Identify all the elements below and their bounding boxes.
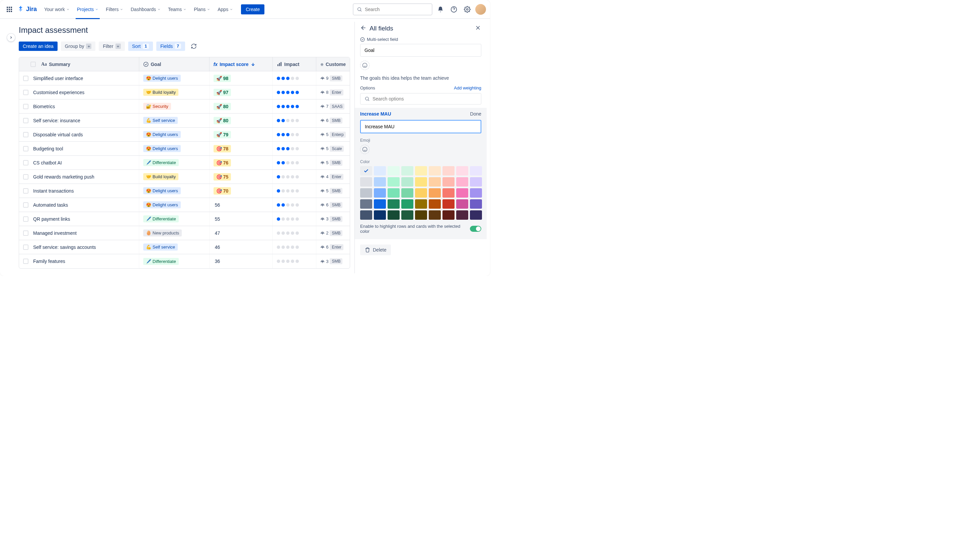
sidebar-expand-button[interactable] [7,34,15,41]
impact-dots[interactable] [277,217,299,221]
color-swatch[interactable] [442,188,455,198]
row-checkbox[interactable] [23,132,29,137]
row-checkbox[interactable] [23,104,29,109]
nav-dashboards[interactable]: Dashboards [127,4,164,15]
row-checkbox[interactable] [23,244,29,250]
color-swatch[interactable] [470,177,482,187]
impact-dots[interactable] [277,203,299,207]
table-row[interactable]: Self service: savings accounts 💪 Self se… [19,240,350,254]
add-weighting-link[interactable]: Add weighting [454,85,481,91]
notifications-icon[interactable] [435,4,446,15]
color-swatch[interactable] [415,199,427,209]
search-options[interactable] [360,93,481,105]
impact-dots[interactable] [277,246,299,249]
nav-plans[interactable]: Plans [191,4,213,15]
color-swatch[interactable] [401,177,414,187]
color-swatch[interactable] [360,199,372,209]
color-swatch[interactable] [401,211,414,220]
color-swatch[interactable] [415,166,427,175]
color-swatch[interactable] [374,211,386,220]
color-swatch[interactable] [415,177,427,187]
color-swatch[interactable] [415,211,427,220]
create-button[interactable]: Create [241,4,264,14]
global-search[interactable] [353,3,433,15]
user-avatar[interactable] [475,4,486,15]
nav-teams[interactable]: Teams [165,4,190,15]
table-row[interactable]: Customised experiences 🤝 Build loyalty 🚀… [19,85,350,99]
color-swatch[interactable] [429,166,441,175]
row-checkbox[interactable] [23,174,29,180]
color-swatch[interactable] [429,211,441,220]
color-swatch[interactable] [388,166,399,175]
color-swatch[interactable] [415,188,427,198]
color-swatch[interactable] [442,199,455,209]
color-swatch[interactable] [470,199,482,209]
row-checkbox[interactable] [23,202,29,208]
color-swatch[interactable] [388,177,399,187]
row-checkbox[interactable] [23,160,29,166]
create-idea-button[interactable]: Create an idea [19,41,57,51]
color-swatch[interactable] [456,211,468,220]
impact-dots[interactable] [277,189,299,193]
row-checkbox[interactable] [23,90,29,95]
nav-projects[interactable]: Projects [74,4,102,15]
color-swatch[interactable] [442,177,455,187]
impact-dots[interactable] [277,105,299,108]
impact-dots[interactable] [277,77,299,80]
search-options-input[interactable] [372,96,477,102]
app-switcher-icon[interactable] [4,4,15,15]
select-all-checkbox[interactable] [30,62,36,67]
color-swatch[interactable] [401,166,414,175]
col-customer[interactable]: Custome [316,57,350,71]
color-swatch[interactable] [470,166,482,175]
color-swatch[interactable] [374,188,386,198]
back-button[interactable] [360,24,367,32]
col-goal[interactable]: Goal [139,57,210,71]
color-swatch[interactable] [470,188,482,198]
nav-filters[interactable]: Filters [102,4,127,15]
impact-dots[interactable] [277,175,299,179]
color-swatch[interactable] [456,166,468,175]
col-impact-score[interactable]: fxImpact score [210,57,273,71]
table-row[interactable]: Instant transactions 😍 Delight users 🎯 7… [19,184,350,198]
color-swatch[interactable] [360,188,372,198]
delete-button[interactable]: Delete [360,244,391,255]
color-swatch[interactable] [470,211,482,220]
emoji-picker-button[interactable] [360,61,369,70]
search-input[interactable] [365,7,428,12]
color-swatch[interactable] [429,199,441,209]
color-swatch[interactable] [442,211,455,220]
color-swatch[interactable] [360,177,372,187]
table-row[interactable]: Simplified user interface 😍 Delight user… [19,71,350,85]
table-row[interactable]: Managed investment 🥚 New products 47 2SM… [19,226,350,240]
fields-button[interactable]: Fields7 [156,41,185,51]
impact-dots[interactable] [277,147,299,150]
table-row[interactable]: CS chatbot AI 🖊️ Differentiate 🎯 76 5SMB [19,156,350,170]
refresh-icon[interactable] [188,41,199,51]
sort-button[interactable]: Sort1 [128,41,153,51]
filter-button[interactable]: Filter+ [99,41,124,51]
table-row[interactable]: Budgeting tool 😍 Delight users 🎯 78 5Sca… [19,142,350,156]
col-summary[interactable]: AaSummary [19,57,139,71]
color-swatch[interactable] [374,199,386,209]
row-checkbox[interactable] [23,188,29,194]
row-checkbox[interactable] [23,230,29,236]
option-emoji-picker[interactable] [360,145,369,154]
row-checkbox[interactable] [23,258,29,264]
close-button[interactable] [475,24,481,32]
jira-logo[interactable]: Jira [18,6,37,13]
color-swatch[interactable] [388,188,399,198]
color-swatch[interactable] [456,177,468,187]
nav-apps[interactable]: Apps [214,4,236,15]
done-button[interactable]: Done [470,111,481,116]
table-row[interactable]: Family features 🖊️ Differentiate 36 3SMB [19,254,350,268]
color-swatch[interactable] [360,166,372,175]
impact-dots[interactable] [277,91,299,94]
row-checkbox[interactable] [23,76,29,81]
field-name-input[interactable] [360,44,481,57]
impact-dots[interactable] [277,119,299,122]
color-swatch[interactable] [456,188,468,198]
color-swatch[interactable] [401,199,414,209]
color-swatch[interactable] [401,188,414,198]
groupby-button[interactable]: Group by+ [61,41,96,51]
